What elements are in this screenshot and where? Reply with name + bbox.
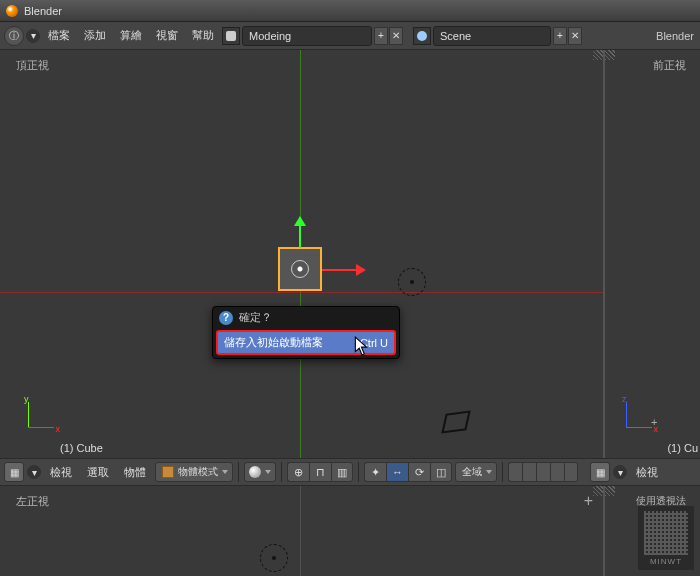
popup-item-label: 儲存入初始啟動檔案 bbox=[224, 335, 323, 350]
blender-logo-icon bbox=[6, 5, 18, 17]
popup-header: ? 確定？ bbox=[213, 307, 399, 328]
confirm-popup: ? 確定？ 儲存入初始啟動檔案 Ctrl U bbox=[212, 306, 400, 359]
split-handle-icon[interactable] bbox=[593, 486, 603, 496]
menu-view-right[interactable]: 檢視 bbox=[630, 462, 664, 483]
transform-gizmo-group: ✦ ↔ ⟳ ◫ bbox=[364, 462, 452, 482]
grid-line bbox=[300, 486, 301, 576]
mode-dropdown[interactable]: 物體模式 bbox=[155, 462, 233, 482]
editor-type-icon[interactable]: ▦ bbox=[590, 462, 610, 482]
scene-name-input[interactable]: Scene bbox=[433, 26, 551, 46]
bottom-viewport-area: 左正視 + 使用透視法 MINWT bbox=[0, 486, 700, 576]
shading-icon bbox=[249, 466, 261, 478]
object-origin-icon bbox=[291, 260, 309, 278]
active-object-label: (1) Cube bbox=[60, 442, 103, 454]
active-object-label: (1) Cu bbox=[667, 442, 698, 454]
viewport-front[interactable]: 前正視 + z x (1) Cu bbox=[605, 50, 700, 458]
layer-button[interactable] bbox=[522, 462, 536, 482]
window-titlebar: Blender bbox=[0, 0, 700, 22]
axis-mini-widget: z x bbox=[614, 398, 654, 438]
menu-collapse-icon[interactable]: ▾ bbox=[27, 465, 41, 479]
gizmo-axis-icon[interactable]: ✦ bbox=[364, 462, 386, 482]
qr-code-icon bbox=[644, 511, 688, 555]
menu-object[interactable]: 物體 bbox=[118, 462, 152, 483]
grid-axis-x bbox=[0, 292, 603, 293]
gizmo-y-arrow-icon[interactable] bbox=[296, 210, 304, 248]
split-handle-icon[interactable] bbox=[593, 50, 603, 60]
layer-button[interactable] bbox=[564, 462, 578, 482]
lamp-object-icon[interactable] bbox=[398, 268, 426, 296]
menu-view[interactable]: 檢視 bbox=[44, 462, 78, 483]
gizmo-rotate-icon[interactable]: ⟳ bbox=[408, 462, 430, 482]
layout-browse-icon[interactable] bbox=[222, 27, 240, 45]
top-menu-bar: ⓘ ▾ 檔案 添加 算繪 視窗 幫助 Modeing +✕ Scene +✕ B… bbox=[0, 22, 700, 50]
viewport-label-top: 頂正視 bbox=[8, 52, 57, 79]
viewport-persp[interactable]: 使用透視法 MINWT bbox=[605, 486, 700, 576]
shading-dropdown[interactable] bbox=[244, 462, 276, 482]
engine-label: Blender bbox=[656, 30, 696, 42]
gizmo-scale-icon[interactable]: ◫ bbox=[430, 462, 452, 482]
split-handle-icon[interactable] bbox=[605, 486, 615, 496]
menu-add[interactable]: 添加 bbox=[78, 25, 112, 46]
menu-help[interactable]: 幫助 bbox=[186, 25, 220, 46]
menu-render[interactable]: 算繪 bbox=[114, 25, 148, 46]
editor-type-icon[interactable]: ▦ bbox=[4, 462, 24, 482]
pivot-icon[interactable]: ⊕ bbox=[287, 462, 309, 482]
menu-collapse-icon[interactable]: ▾ bbox=[613, 465, 627, 479]
popup-title: 確定？ bbox=[239, 310, 272, 325]
info-icon[interactable]: ⓘ bbox=[4, 26, 24, 46]
pivot-snap-group: ⊕ ⊓ ▥ bbox=[287, 462, 353, 482]
scene-add-close[interactable]: +✕ bbox=[553, 27, 582, 45]
viewport-label-left: 左正視 bbox=[8, 488, 57, 515]
question-icon: ? bbox=[219, 311, 233, 325]
scene-browse-icon[interactable] bbox=[413, 27, 431, 45]
layer-button[interactable] bbox=[550, 462, 564, 482]
snap-target-icon[interactable]: ▥ bbox=[331, 462, 353, 482]
layer-button[interactable] bbox=[536, 462, 550, 482]
menu-select[interactable]: 選取 bbox=[81, 462, 115, 483]
viewport-area: 頂正視 y x (1) Cube ? 確定？ 儲存入初始啟動檔案 Ctrl U bbox=[0, 50, 700, 458]
menu-window[interactable]: 視窗 bbox=[150, 25, 184, 46]
layout-add-close[interactable]: +✕ bbox=[374, 27, 403, 45]
lamp-object-icon[interactable] bbox=[260, 544, 288, 572]
mouse-cursor-icon bbox=[354, 336, 370, 360]
viewport-left[interactable]: 左正視 + bbox=[0, 486, 605, 576]
viewport-top[interactable]: 頂正視 y x (1) Cube ? 確定？ 儲存入初始啟動檔案 Ctrl U bbox=[0, 50, 605, 458]
camera-object-icon[interactable] bbox=[440, 410, 470, 434]
snap-magnet-icon[interactable]: ⊓ bbox=[309, 462, 331, 482]
window-title: Blender bbox=[24, 5, 62, 17]
viewport-label-front: 前正視 bbox=[645, 52, 694, 79]
gizmo-x-arrow-icon[interactable] bbox=[322, 266, 372, 274]
gizmo-translate-icon[interactable]: ↔ bbox=[386, 462, 408, 482]
axis-mini-widget: y x bbox=[16, 398, 56, 438]
object-mode-icon bbox=[162, 466, 174, 478]
menu-toggle-icon[interactable]: ▾ bbox=[26, 29, 40, 43]
layers-group bbox=[508, 462, 578, 482]
object-cube[interactable] bbox=[278, 247, 322, 291]
layout-name-input[interactable]: Modeing bbox=[242, 26, 372, 46]
layer-button[interactable] bbox=[508, 462, 522, 482]
watermark: MINWT bbox=[638, 506, 694, 570]
menu-file[interactable]: 檔案 bbox=[42, 25, 76, 46]
split-handle-icon[interactable] bbox=[605, 50, 615, 60]
viewport-header: ▦ ▾ 檢視 選取 物體 物體模式 ⊕ ⊓ ▥ ✦ ↔ ⟳ ◫ 全域 ▦ ▾ 檢… bbox=[0, 458, 700, 486]
orientation-dropdown[interactable]: 全域 bbox=[455, 462, 497, 482]
